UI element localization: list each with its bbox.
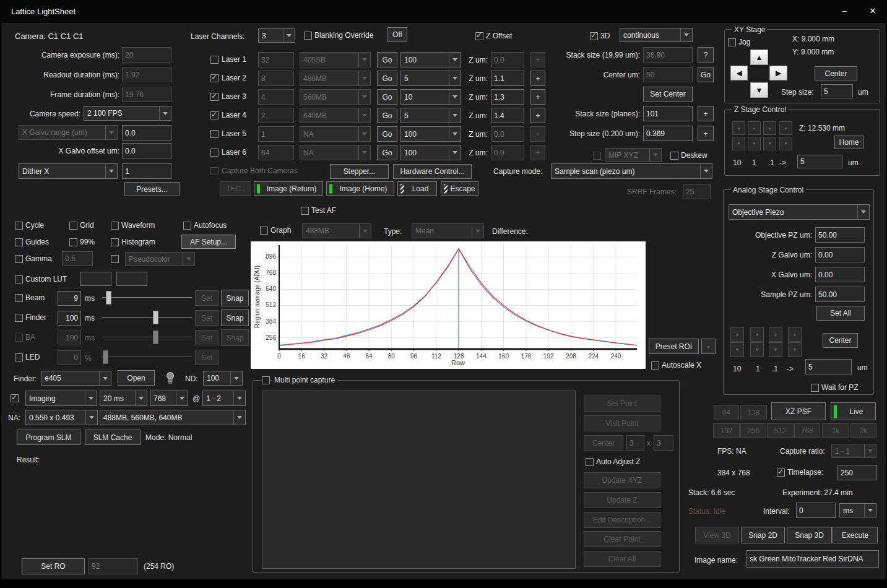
- escape-button[interactable]: Escape: [441, 181, 478, 196]
- x-galvo-field[interactable]: 0.00: [815, 267, 865, 282]
- laser-5-wavelength-select[interactable]: NA: [300, 126, 371, 142]
- laser-5-go-button[interactable]: Go: [377, 126, 397, 142]
- led-percent-field[interactable]: 0: [58, 350, 81, 365]
- laser-4-z-field[interactable]: 1.4: [491, 108, 524, 123]
- ba-ms-field[interactable]: 100: [58, 331, 81, 345]
- analog-spinner-down-3[interactable]: ▼: [769, 342, 782, 357]
- ro-field[interactable]: 92: [89, 558, 138, 574]
- res-64-button[interactable]: 64: [714, 405, 739, 420]
- auto-adjust-z-checkbox[interactable]: [586, 458, 594, 466]
- laser-6-percent-select[interactable]: 100: [400, 145, 461, 160]
- imaging-mode-select[interactable]: Imaging: [25, 391, 97, 406]
- update-xyz-button[interactable]: Update XYZ: [584, 472, 660, 488]
- test-af-checkbox[interactable]: [301, 207, 309, 215]
- beam-slider-thumb[interactable]: [106, 291, 111, 305]
- objective-pz-field[interactable]: 50.00: [815, 227, 865, 243]
- custom-lut-max-field[interactable]: [116, 272, 147, 286]
- 3d-checkbox[interactable]: [590, 32, 598, 40]
- laser-6-checkbox[interactable]: [210, 149, 219, 157]
- finder-checkbox[interactable]: [15, 314, 23, 322]
- interval-unit-select[interactable]: ms: [839, 503, 876, 517]
- beam-ms-field[interactable]: 9: [58, 291, 81, 306]
- capture-ratio-select[interactable]: 1 - 1: [831, 444, 876, 458]
- finder-slider[interactable]: [102, 311, 192, 324]
- laser-6-power-field[interactable]: 64: [258, 145, 294, 160]
- laser-1-wavelength-select[interactable]: 405SB: [300, 52, 371, 67]
- z-spinner-down-3[interactable]: ▼: [763, 137, 776, 150]
- set-center-button[interactable]: Set Center: [643, 87, 693, 102]
- xy-left-button[interactable]: ◀: [730, 66, 748, 80]
- close-button[interactable]: ✕: [866, 5, 880, 17]
- z-spinner-up-4[interactable]: ▲: [779, 121, 792, 135]
- jog-checkbox[interactable]: [728, 38, 736, 46]
- grid-x-field[interactable]: 3: [626, 435, 644, 451]
- readout-duration-field[interactable]: 1.92: [122, 67, 171, 82]
- graph-channel-select[interactable]: 488MB: [302, 223, 371, 238]
- camera-exposure-field[interactable]: 20: [122, 47, 171, 63]
- x-galvo-range-select[interactable]: X Galvo range (um): [19, 125, 118, 140]
- gamma-field[interactable]: 0.5: [62, 251, 93, 266]
- laser-3-checkbox[interactable]: [210, 93, 219, 101]
- analog-spinner-up-4[interactable]: ▲: [788, 327, 802, 342]
- laser-4-percent-select[interactable]: 5: [400, 108, 461, 123]
- ba-set-button[interactable]: Set: [195, 330, 219, 345]
- laser-6-z-field[interactable]: 0.0: [491, 145, 524, 160]
- z-spinner-down-2[interactable]: ▼: [748, 137, 761, 150]
- res-2k-button[interactable]: 2k: [850, 423, 876, 438]
- beam-checkbox[interactable]: [15, 294, 23, 302]
- stack-size-um-field[interactable]: 36.90: [643, 47, 693, 63]
- xy-step-size-field[interactable]: 5: [821, 84, 853, 98]
- analog-spinner-up-1[interactable]: ▲: [730, 327, 744, 342]
- set-ro-button[interactable]: Set RO: [22, 558, 85, 574]
- imaging-range-select[interactable]: 1 - 2: [202, 391, 246, 406]
- z-spinner-up-3[interactable]: ▲: [763, 121, 776, 135]
- histogram-checkbox[interactable]: [111, 238, 119, 246]
- live-button[interactable]: Live: [831, 402, 876, 420]
- laser-3-wavelength-select[interactable]: 560MB: [300, 89, 371, 105]
- laser-3-go-button[interactable]: Go: [377, 89, 397, 105]
- na-select[interactable]: 0.550 x 0.493: [25, 410, 98, 425]
- image-name-field[interactable]: sk Green MitoTracker Red SirDNA: [746, 550, 879, 568]
- ba-slider[interactable]: [102, 331, 192, 344]
- analog-spinner-down-2[interactable]: ▼: [750, 342, 764, 357]
- res-128-button[interactable]: 128: [740, 405, 767, 420]
- beam-snap-button[interactable]: Snap: [221, 290, 249, 306]
- finder-slider-thumb[interactable]: [153, 311, 158, 324]
- stack-help-button[interactable]: ?: [698, 47, 714, 63]
- dither-field[interactable]: 1: [122, 163, 171, 179]
- waveform-checkbox[interactable]: [111, 222, 119, 230]
- capture-mode-select[interactable]: Sample scan (piezo um): [551, 163, 712, 179]
- laser-3-plus-button[interactable]: +: [530, 89, 545, 105]
- z-offset-checkbox[interactable]: [475, 32, 483, 40]
- z-step-field[interactable]: 5: [797, 155, 842, 168]
- finder-select[interactable]: e405: [41, 371, 111, 386]
- laser-4-checkbox[interactable]: [210, 111, 219, 119]
- pseudocolor-select[interactable]: Pseudocolor: [125, 252, 195, 266]
- res-256-button[interactable]: 256: [740, 423, 766, 438]
- z-home-button[interactable]: Home: [834, 136, 863, 149]
- led-slider-thumb[interactable]: [103, 350, 108, 364]
- laser-2-go-button[interactable]: Go: [377, 71, 397, 86]
- interval-field[interactable]: 0: [796, 503, 836, 518]
- autoscale-x-checkbox[interactable]: [651, 361, 659, 370]
- image-home-button[interactable]: Image (Home): [326, 181, 394, 196]
- analog-device-select[interactable]: Objective Piezo: [729, 204, 870, 220]
- center-go-button[interactable]: Go: [698, 67, 714, 82]
- laser-4-go-button[interactable]: Go: [377, 108, 397, 123]
- ba-slider-thumb[interactable]: [153, 331, 158, 344]
- analog-spinner-down-1[interactable]: ▼: [730, 342, 744, 357]
- xy-down-button[interactable]: ▼: [750, 82, 768, 98]
- timelapse-checkbox[interactable]: [777, 469, 785, 477]
- laser-5-power-field[interactable]: 1: [258, 126, 294, 142]
- dither-select[interactable]: Dither X: [19, 163, 118, 179]
- res-512-button[interactable]: 512: [767, 423, 794, 438]
- snap-2d-button[interactable]: Snap 2D: [741, 527, 785, 543]
- xy-center-button[interactable]: Center: [815, 66, 857, 80]
- step-size-um-field[interactable]: 0.369: [643, 126, 693, 141]
- laser-4-power-field[interactable]: 2: [258, 108, 294, 123]
- analog-spinner-up-3[interactable]: ▲: [769, 327, 782, 342]
- tec-button[interactable]: TEC..: [220, 181, 251, 196]
- roi-minus-button[interactable]: -: [701, 339, 716, 354]
- preset-roi-button[interactable]: Preset ROI: [649, 339, 699, 354]
- laser-1-z-field[interactable]: 0.0: [491, 52, 524, 67]
